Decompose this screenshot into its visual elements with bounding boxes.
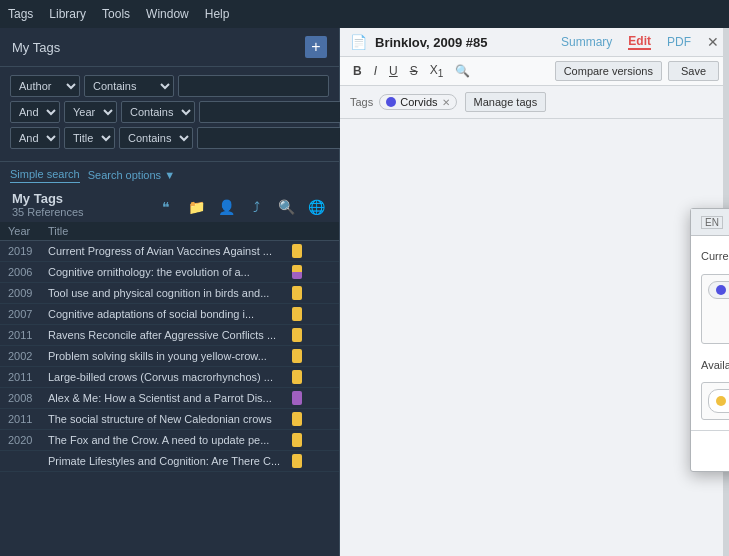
strikethrough-button[interactable]: S — [407, 63, 421, 79]
row-color-indicator — [292, 265, 302, 279]
doc-icon: 📄 — [350, 34, 367, 50]
td-title: Primate Lifestyles and Cognition: Are Th… — [48, 455, 288, 467]
corvids-tag-chip[interactable]: Corvids ✕ — [379, 94, 456, 110]
globe-icon[interactable]: 🌐 — [305, 196, 327, 218]
table-row[interactable]: 2002Problem solving skills in young yell… — [0, 346, 339, 367]
available-tags-row: Available tags 🔍 Create tag — [701, 354, 729, 376]
td-year: 2009 — [8, 287, 48, 299]
right-panel: 📄 Brinklov, 2009 #85 Summary Edit PDF ✕ … — [340, 28, 729, 556]
tab-edit[interactable]: Edit — [628, 34, 651, 50]
td-year: 2002 — [8, 350, 48, 362]
quote-icon[interactable]: ❝ — [155, 196, 177, 218]
current-tags-box: Corvids ✕ — [701, 274, 729, 344]
td-year: 2011 — [8, 371, 48, 383]
filter3-value[interactable] — [197, 127, 345, 149]
row-color-indicator — [292, 328, 302, 342]
td-year: 2019 — [8, 245, 48, 257]
menubar: Tags Library Tools Window Help — [0, 0, 729, 28]
save-button[interactable]: Save — [668, 61, 719, 81]
search2-icon[interactable]: 🔍 — [275, 196, 297, 218]
dialog-body: Current tags for Brinklov, 2009 #85 Clea… — [691, 236, 729, 430]
filter2-connector[interactable]: And — [10, 101, 60, 123]
bold-button[interactable]: B — [350, 63, 365, 79]
add-tag-button[interactable]: + — [305, 36, 327, 58]
menu-window[interactable]: Window — [146, 7, 189, 21]
td-title: The Fox and the Crow. A need to update p… — [48, 434, 288, 446]
td-title: The social structure of New Caledonian c… — [48, 413, 288, 425]
reference-title: Brinklov, 2009 #85 — [375, 35, 545, 50]
menu-library[interactable]: Library — [49, 7, 86, 21]
tags-bar-label: Tags — [350, 96, 373, 108]
reference-table[interactable]: Year Title 2019Current Progress of Avian… — [0, 222, 339, 556]
row-color-indicator — [292, 391, 302, 405]
current-corvids-chip[interactable]: Corvids ✕ — [708, 281, 729, 299]
filter3-operator[interactable]: Contains — [119, 127, 193, 149]
close-panel-icon[interactable]: ✕ — [707, 34, 719, 50]
table-row[interactable]: 2020The Fox and the Crow. A need to upda… — [0, 430, 339, 451]
td-year: 2007 — [8, 308, 48, 320]
td-title: Ravens Reconcile after Aggressive Confli… — [48, 329, 288, 341]
filter-row-1: Author Contains — [10, 75, 329, 97]
table-row[interactable]: 2009Tool use and physical cognition in b… — [0, 283, 339, 304]
upload-icon[interactable]: ⤴ — [245, 196, 267, 218]
row-color-indicator — [292, 370, 302, 384]
avail-aviary-studies-chip[interactable]: Aviary Studies — [708, 389, 729, 413]
menu-help[interactable]: Help — [205, 7, 230, 21]
subscript-button[interactable]: X1 — [427, 62, 447, 80]
table-row[interactable]: 2006Cognitive ornithology: the evolution… — [0, 262, 339, 283]
col-header-year: Year — [8, 225, 48, 237]
filter3-field[interactable]: Title — [64, 127, 115, 149]
table-row[interactable]: 2008Alex & Me: How a Scientist and a Par… — [0, 388, 339, 409]
library-toolbar-icons: ❝ 📁 👤 ⤴ 🔍 🌐 — [155, 196, 327, 218]
table-row[interactable]: 2011Ravens Reconcile after Aggressive Co… — [0, 325, 339, 346]
td-title: Cognitive adaptations of social bonding … — [48, 308, 288, 320]
row-color-indicator — [292, 307, 302, 321]
menu-tags[interactable]: Tags — [8, 7, 33, 21]
main-layout: My Tags + Author Contains And Y — [0, 28, 729, 556]
td-title: Alex & Me: How a Scientist and a Parrot … — [48, 392, 288, 404]
tab-summary[interactable]: Summary — [561, 35, 612, 49]
td-title: Current Progress of Avian Vaccines Again… — [48, 245, 288, 257]
remove-corvids-tag-icon[interactable]: ✕ — [442, 97, 450, 108]
search-options-arrow: ▼ — [164, 169, 175, 181]
filter2-field[interactable]: Year — [64, 101, 117, 123]
editor-toolbar: B I U S X1 🔍 Compare versions Save — [340, 57, 729, 86]
filter-row-2: And Year Contains — [10, 101, 329, 123]
row-color-indicator — [292, 286, 302, 300]
folder-icon[interactable]: 📁 — [185, 196, 207, 218]
filter2-value[interactable] — [199, 101, 347, 123]
td-year: 2011 — [8, 329, 48, 341]
aviary-studies-dot — [716, 396, 726, 406]
td-year: 2006 — [8, 266, 48, 278]
table-row[interactable]: 2007Cognitive adaptations of social bond… — [0, 304, 339, 325]
italic-button[interactable]: I — [371, 63, 380, 79]
table-row[interactable]: 2011Large-billed crows (Corvus macrorhyn… — [0, 367, 339, 388]
table-row[interactable]: 2011The social structure of New Caledoni… — [0, 409, 339, 430]
td-title: Large-billed crows (Corvus macrorhynchos… — [48, 371, 288, 383]
tab-search-options[interactable]: Search options ▼ — [88, 167, 175, 183]
table-row[interactable]: Primate Lifestyles and Cognition: Are Th… — [0, 451, 339, 472]
library-info: My Tags 35 References — [12, 191, 84, 218]
td-year: 2020 — [8, 434, 48, 446]
search-field-icon[interactable]: 🔍 — [452, 63, 473, 79]
dialog-footer: OK Cancel — [691, 430, 729, 471]
tab-simple-search[interactable]: Simple search — [10, 166, 80, 183]
menu-tools[interactable]: Tools — [102, 7, 130, 21]
filter2-operator[interactable]: Contains — [121, 101, 195, 123]
current-tags-label: Current tags for Brinklov, 2009 #85 — [701, 250, 729, 262]
corvids-tag-dot — [386, 97, 396, 107]
filter3-connector[interactable]: And — [10, 127, 60, 149]
manage-tags-button[interactable]: Manage tags — [465, 92, 547, 112]
table-row[interactable]: 2019Current Progress of Avian Vaccines A… — [0, 241, 339, 262]
person-icon[interactable]: 👤 — [215, 196, 237, 218]
filter1-field[interactable]: Author — [10, 75, 80, 97]
filter1-value[interactable] — [178, 75, 329, 97]
corvids-tag-label: Corvids — [400, 96, 437, 108]
tab-pdf[interactable]: PDF — [667, 35, 691, 49]
compare-versions-button[interactable]: Compare versions — [555, 61, 662, 81]
td-title: Cognitive ornithology: the evolution of … — [48, 266, 288, 278]
manage-tags-dialog: EN Manage Tags × Current tags for Brinkl… — [690, 208, 729, 472]
underline-button[interactable]: U — [386, 63, 401, 79]
row-color-indicator — [292, 412, 302, 426]
filter1-operator[interactable]: Contains — [84, 75, 174, 97]
